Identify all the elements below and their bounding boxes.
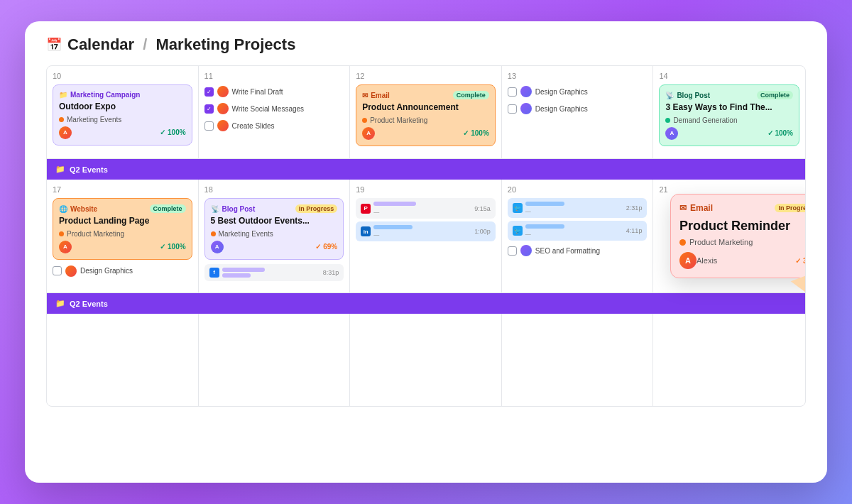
checkbox-unchecked[interactable] xyxy=(508,104,517,114)
card-title: Product Landing Page xyxy=(59,216,186,227)
card-product-landing[interactable]: 🌐 Website Complete Product Landing Page … xyxy=(53,198,192,260)
card-title: Product Announcement xyxy=(362,102,489,114)
social-card-twitter-1[interactable]: 🐦 — 2:31p xyxy=(508,198,648,218)
avatar-alexis: A xyxy=(362,127,375,140)
card-badge: Complete xyxy=(150,204,186,213)
card-outdoor-expo[interactable]: 📁 Marketing Campaign Outdoor Expo Market… xyxy=(53,84,192,146)
day-empty-4 xyxy=(502,314,654,406)
card-subtitle: Marketing Events xyxy=(59,116,186,124)
marketing-icon: 📁 xyxy=(59,91,67,99)
card-type-label: 📡 Blog Post xyxy=(211,205,256,213)
card-best-outdoor[interactable]: 📡 Blog Post In Progress 5 Best Outdoor E… xyxy=(204,198,344,260)
big-card-subtitle: Product Marketing xyxy=(679,238,806,246)
checklist-item: Design Graphics xyxy=(508,84,648,99)
day-empty-3 xyxy=(350,314,502,406)
blog-icon: 📡 xyxy=(665,92,674,99)
email-icon: ✉ xyxy=(362,92,368,99)
day-11: 11 Write Final Draft Write Social Messag… xyxy=(199,66,351,158)
day-num-14: 14 xyxy=(659,72,799,80)
big-card-type: ✉ Email xyxy=(679,203,713,213)
day-13: 13 Design Graphics Design Graphics xyxy=(502,66,654,158)
social-time: 8:31p xyxy=(323,269,339,276)
week-row-3 xyxy=(47,314,805,406)
progress-text: ✓ 100% xyxy=(160,128,185,136)
big-card-title: Product Reminder xyxy=(679,219,806,234)
checklist-item: Design Graphics xyxy=(508,102,648,116)
page-title: Marketing Projects xyxy=(156,35,296,53)
checkbox-checked[interactable] xyxy=(204,104,214,114)
big-card-header: ✉ Email In Progress xyxy=(679,203,806,213)
dot-icon xyxy=(362,118,367,123)
big-card-user: Alexis xyxy=(697,256,717,265)
avatar-small xyxy=(217,120,229,131)
email-icon-big: ✉ xyxy=(679,203,687,213)
day-num-18: 18 xyxy=(204,185,344,194)
card-badge: Complete xyxy=(453,91,489,99)
progress-text: ✓ 100% xyxy=(160,243,185,251)
social-bar-2 xyxy=(222,273,251,278)
calendar-grid: 10 📁 Marketing Campaign Outdoor Expo Mar… xyxy=(46,65,806,407)
avatar-small xyxy=(520,245,532,256)
avatar-small xyxy=(217,86,229,97)
social-bar xyxy=(525,202,564,206)
avatar-anna: A xyxy=(665,127,678,140)
checklist-item: SEO and Formatting xyxy=(508,243,648,258)
breadcrumb-sep: / xyxy=(143,35,147,53)
social-time: 9:15a xyxy=(474,205,491,212)
big-card-badge: In Progress xyxy=(775,204,806,212)
group-row-q2-events-2: 📁 Q2 Events xyxy=(47,293,805,314)
social-card-pinterest[interactable]: P — 9:15a xyxy=(356,198,496,219)
day-num-20: 20 xyxy=(508,185,648,194)
dot-icon xyxy=(679,239,686,246)
day-num-21: 21 xyxy=(659,185,799,194)
social-card-facebook[interactable]: f 8:31p xyxy=(204,264,344,281)
dot-icon xyxy=(59,117,64,122)
card-badge: Complete xyxy=(757,91,793,99)
group-icon-2: 📁 xyxy=(55,299,65,308)
card-product-announcement[interactable]: ✉ Email Complete Product Announcement Pr… xyxy=(356,84,496,146)
day-10: 10 📁 Marketing Campaign Outdoor Expo Mar… xyxy=(47,66,199,158)
social-time: 4:11p xyxy=(626,227,643,234)
card-footer: A ✓ 100% xyxy=(59,241,186,253)
day-empty-5 xyxy=(653,314,805,406)
day-num-19: 19 xyxy=(356,185,496,194)
social-info: P — xyxy=(361,202,416,215)
checklist-item: Write Social Messages xyxy=(204,102,344,116)
breadcrumb-calendar[interactable]: Calendar xyxy=(67,35,134,53)
big-card-product-reminder[interactable]: ✉ Email In Progress Product Reminder Pro… xyxy=(670,194,806,278)
twitter-icon-2: 🐦 xyxy=(513,226,523,236)
checkbox-unchecked[interactable] xyxy=(508,87,517,97)
group-label: 📁 Q2 Events xyxy=(55,299,797,308)
checkbox-unchecked[interactable] xyxy=(53,266,62,275)
social-time: 1:00p xyxy=(474,228,491,235)
card-subtitle: Product Marketing xyxy=(362,116,489,124)
card-type-text: Website xyxy=(70,205,97,213)
checkbox-unchecked[interactable] xyxy=(508,246,517,256)
card-footer: A ✓ 100% xyxy=(59,126,186,139)
group-icon: 📁 xyxy=(55,165,65,174)
checkbox-unchecked[interactable] xyxy=(204,121,214,131)
social-info: 🐦 — xyxy=(513,202,564,214)
dot-icon xyxy=(665,118,670,123)
day-empty-1 xyxy=(47,314,199,406)
checklist-item: Write Final Draft xyxy=(204,84,344,99)
group-row-q2-events-1: 📁 Q2 Events xyxy=(47,159,805,180)
card-subtitle: Demand Generation xyxy=(665,116,793,124)
checklist-item: Create Slides xyxy=(204,119,344,133)
card-blog-post[interactable]: 📡 Blog Post Complete 3 Easy Ways to Find… xyxy=(659,84,799,146)
day-14: 14 📡 Blog Post Complete 3 Easy Ways to F… xyxy=(653,66,805,158)
card-badge: In Progress xyxy=(295,204,338,213)
avatar-small xyxy=(520,103,532,114)
day-num-17: 17 xyxy=(53,185,192,194)
dot-icon xyxy=(59,231,64,236)
checkbox-checked[interactable] xyxy=(204,87,214,97)
card-type-text: Blog Post xyxy=(677,92,710,99)
social-card-linkedin[interactable]: in — 1:00p xyxy=(356,221,496,241)
card-title: 3 Easy Ways to Find The... xyxy=(665,102,793,114)
day-empty-2 xyxy=(199,314,351,406)
avatar-alexis-big: A xyxy=(679,252,697,269)
card-title: Outdoor Expo xyxy=(59,102,186,113)
social-card-twitter-2[interactable]: 🐦 — 4:11p xyxy=(508,221,648,241)
card-type-text: Blog Post xyxy=(222,205,256,213)
calendar-icon: 📅 xyxy=(46,37,62,53)
